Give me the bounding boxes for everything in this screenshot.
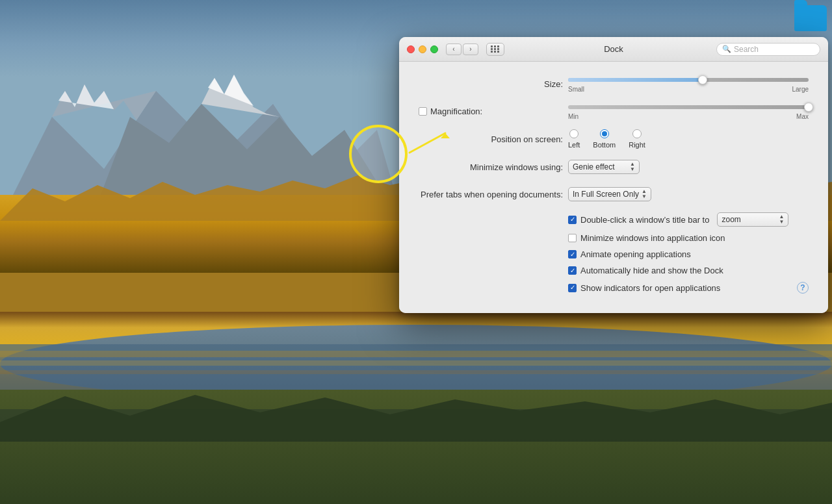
indicators-label: Show indicators for open applications xyxy=(580,283,720,293)
minimize-icon-row: Minimize windows into application icon xyxy=(419,233,809,243)
grid-button[interactable] xyxy=(486,43,504,56)
animate-row: Animate opening applications xyxy=(419,249,809,259)
grid-icon xyxy=(491,45,500,53)
position-left-radio[interactable] xyxy=(569,129,578,138)
size-row: Size: Small Large xyxy=(419,75,809,93)
auto-hide-label: Automatically hide and show the Dock xyxy=(580,266,723,275)
size-large-label: Large xyxy=(792,86,809,93)
nav-buttons: ‹ › xyxy=(446,44,478,55)
double-click-row: Double-click a window’s title bar to zoo… xyxy=(419,212,809,227)
position-row: Position on screen: Left Bottom Right xyxy=(419,129,809,149)
folder-icon[interactable] xyxy=(794,5,827,31)
size-label: Size: xyxy=(419,79,568,89)
svg-rect-13 xyxy=(0,360,832,366)
double-click-label: Double-click a window’s title bar to xyxy=(580,215,709,225)
position-right-label: Right xyxy=(629,141,645,149)
size-slider-container: Small Large xyxy=(568,75,809,93)
window-title: Dock xyxy=(604,44,623,54)
position-right-radio[interactable] xyxy=(632,129,642,138)
annotation-arrow xyxy=(344,114,474,166)
position-left-label: Left xyxy=(568,141,580,149)
animate-label: Animate opening applications xyxy=(580,249,691,259)
size-slider-thumb[interactable] xyxy=(698,75,707,84)
prefer-tabs-dropdown[interactable]: In Full Screen Only ▲▼ xyxy=(568,187,651,201)
svg-rect-14 xyxy=(0,370,832,374)
minimize-icon-checkbox[interactable] xyxy=(568,234,577,242)
search-placeholder: Search xyxy=(734,45,759,54)
mag-min-label: Min xyxy=(568,113,578,120)
magnification-row: Magnification: Min Max xyxy=(419,102,809,120)
mag-slider-labels: Min Max xyxy=(568,113,809,120)
auto-hide-row: Automatically hide and show the Dock xyxy=(419,266,809,275)
size-slider-labels: Small Large xyxy=(568,86,809,93)
prefer-tabs-row: Prefer tabs when opening documents: In F… xyxy=(419,185,809,203)
indicators-row: Show indicators for open applications ? xyxy=(419,282,809,294)
mag-slider-track[interactable] xyxy=(568,105,809,109)
position-bottom-label: Bottom xyxy=(593,141,616,149)
minimize-dropdown[interactable]: Genie effect ▲▼ xyxy=(568,160,640,174)
double-click-value: zoom xyxy=(722,215,740,224)
prefer-tabs-dropdown-arrows: ▲▼ xyxy=(642,189,647,199)
double-click-dropdown-arrows: ▲▼ xyxy=(779,214,785,225)
prefer-tabs-label: Prefer tabs when opening documents: xyxy=(419,190,568,199)
minimize-value: Genie effect xyxy=(573,162,615,171)
forward-button[interactable]: › xyxy=(463,44,478,55)
minimize-dropdown-arrows: ▲▼ xyxy=(630,162,635,172)
svg-rect-12 xyxy=(0,351,832,357)
double-click-checkbox[interactable] xyxy=(568,216,577,224)
animate-checkbox[interactable] xyxy=(568,250,577,258)
traffic-lights xyxy=(407,45,438,53)
indicators-checkbox[interactable] xyxy=(568,284,577,292)
position-radio-group: Left Bottom Right xyxy=(568,129,645,149)
size-slider-track[interactable] xyxy=(568,78,809,82)
position-left-option: Left xyxy=(568,129,580,149)
close-button[interactable] xyxy=(407,45,415,53)
position-right-option: Right xyxy=(629,129,645,149)
position-bottom-option: Bottom xyxy=(593,129,616,149)
title-bar: ‹ › Dock 🔍 Search xyxy=(399,37,828,62)
minimize-icon-label: Minimize windows into application icon xyxy=(580,233,725,243)
back-button[interactable]: ‹ xyxy=(446,44,462,55)
auto-hide-checkbox[interactable] xyxy=(568,266,577,275)
search-icon: 🔍 xyxy=(722,45,731,53)
help-button[interactable]: ? xyxy=(797,282,809,294)
prefer-tabs-value: In Full Screen Only xyxy=(573,190,639,199)
size-small-label: Small xyxy=(568,86,584,93)
mag-slider-container: Min Max xyxy=(568,103,809,120)
minimize-button[interactable] xyxy=(419,45,426,53)
mag-slider-thumb[interactable] xyxy=(804,103,813,112)
search-bar[interactable]: 🔍 Search xyxy=(716,43,820,56)
position-bottom-radio[interactable] xyxy=(600,129,609,138)
maximize-button[interactable] xyxy=(430,45,438,53)
settings-content: Size: Small Large Magnification: xyxy=(399,62,828,313)
mag-max-label: Max xyxy=(796,113,809,120)
svg-line-18 xyxy=(410,133,445,153)
minimize-row: Minimize windows using: Genie effect ▲▼ xyxy=(419,158,809,176)
double-click-dropdown[interactable]: zoom ▲▼ xyxy=(717,212,788,227)
dock-preferences-window: ‹ › Dock 🔍 Search Size: xyxy=(399,37,828,313)
